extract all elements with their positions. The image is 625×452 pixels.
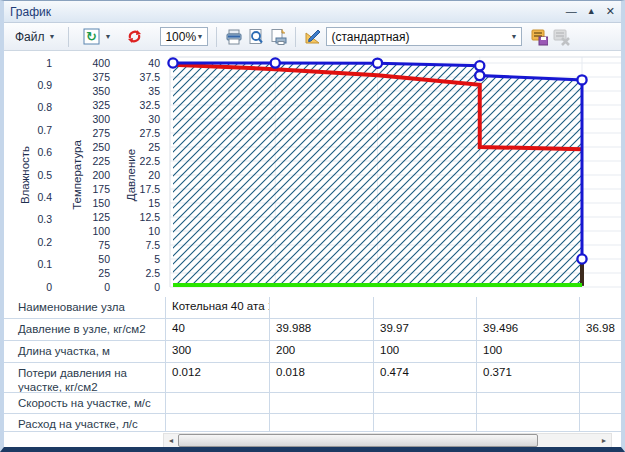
refresh-green-icon: ↻	[82, 28, 100, 46]
table-cell[interactable]	[374, 297, 477, 318]
chevron-down-icon: ▼	[196, 33, 203, 40]
pin-icon[interactable]: ▲	[587, 7, 596, 16]
axis-tick-label: 100	[92, 225, 110, 237]
axis-title: Давление	[125, 149, 137, 201]
axis-tick-label: 22.5	[140, 155, 161, 167]
axis-title: Температура	[71, 140, 83, 210]
table-cell[interactable]	[580, 341, 621, 362]
file-menu-button[interactable]: Файл ▼	[10, 28, 60, 46]
row-gutter	[4, 414, 14, 431]
design-pencil-icon[interactable]	[304, 28, 322, 46]
template-combobox[interactable]: (стандартная) ▼	[326, 27, 522, 46]
axis-tick-label: 200	[92, 169, 110, 181]
axis-tick-label: 250	[92, 141, 110, 153]
scrollbar-thumb[interactable]	[178, 434, 538, 447]
table-cell[interactable]: 40	[166, 319, 270, 340]
table-cell[interactable]: 100	[477, 341, 580, 362]
axis-tick-label: 25	[98, 267, 110, 279]
scrollbar-track[interactable]	[538, 434, 597, 447]
table-cell[interactable]	[477, 297, 580, 318]
chevron-down-icon: ▼	[49, 33, 56, 40]
node-marker	[577, 254, 586, 263]
table-cell[interactable]	[477, 414, 580, 431]
table-cell[interactable]	[270, 414, 374, 431]
toolbar: Файл ▼ ↻ ▼ 100% ▼	[4, 23, 621, 51]
table-cell[interactable]	[166, 393, 270, 413]
axis-tick-label: 17.5	[140, 183, 161, 195]
table-cell[interactable]: 0.018	[270, 363, 374, 392]
table-cell[interactable]: 200	[270, 341, 374, 362]
page-setup-icon[interactable]	[269, 28, 287, 46]
table-cell[interactable]	[374, 393, 477, 413]
recalculate-red-icon	[125, 28, 143, 46]
axis-title: Влажность	[19, 146, 31, 204]
node-marker	[271, 58, 280, 67]
minimize-icon[interactable]: —	[566, 6, 577, 17]
axis-tick-label: 0.8	[37, 101, 52, 113]
table-cell[interactable]	[580, 393, 621, 413]
table-cell[interactable]	[580, 414, 621, 431]
table-cell[interactable]	[166, 414, 270, 431]
delete-template-icon	[552, 28, 570, 46]
table-cell[interactable]: 36.98	[580, 319, 621, 340]
row-label: Давление в узле, кг/см2	[14, 319, 166, 340]
table-cell[interactable]	[580, 297, 621, 318]
save-template-icon[interactable]	[530, 28, 548, 46]
refresh-button[interactable]: ↻ ▼	[77, 26, 116, 48]
axis-tick-label: 350	[92, 85, 110, 97]
table-cell[interactable]: 300	[166, 341, 270, 362]
file-menu-label: Файл	[15, 30, 45, 44]
toolbar-separator	[216, 27, 217, 47]
axis-tick-label: 25	[148, 141, 160, 153]
axis-tick-label: 0.9	[37, 79, 52, 91]
table-cell[interactable]: 39.496	[477, 319, 580, 340]
zoom-combobox[interactable]: 100% ▼	[160, 27, 208, 46]
recalculate-button[interactable]	[120, 26, 148, 48]
hatch-region	[173, 63, 582, 285]
axis-tick-label: 35	[148, 85, 160, 97]
axis-tick-label: 275	[92, 127, 110, 139]
table-cell[interactable]: 0.012	[166, 363, 270, 392]
axis-tick-label: 5	[154, 253, 160, 265]
table-cell[interactable]	[580, 363, 621, 392]
axis-tick-label: 32.5	[140, 99, 161, 111]
axis-tick-label: 7.5	[145, 239, 160, 251]
close-icon[interactable]: ✕	[606, 6, 615, 17]
table-cell[interactable]	[270, 297, 374, 318]
row-label: Наименование узла	[14, 297, 166, 318]
table-cell[interactable]	[374, 414, 477, 431]
axis-tick-label: 0.3	[37, 213, 52, 225]
table-row: Потери давления на участке, кг/см20.0120…	[4, 363, 621, 393]
scroll-left-icon[interactable]: ◄	[164, 434, 178, 447]
scroll-right-icon[interactable]: ►	[597, 434, 611, 447]
axis-tick-label: 50	[98, 253, 110, 265]
axis-tick-label: 20	[148, 169, 160, 181]
table-cell[interactable]: 100	[374, 341, 477, 362]
axis-tick-label: 75	[98, 239, 110, 251]
horizontal-scrollbar[interactable]: ◄ ►	[163, 433, 612, 448]
table-cell[interactable]: 39.988	[270, 319, 374, 340]
table-row: Расход на участке, л/с	[4, 414, 621, 432]
axis-tick-label: 125	[92, 211, 110, 223]
table-cell[interactable]: Котельная 40 ата 1	[166, 297, 270, 318]
pipeline-chart: 00.10.20.30.40.50.60.70.80.9102550751001…	[4, 51, 621, 297]
axis-tick-label: 37.5	[140, 71, 161, 83]
table-cell[interactable]	[477, 393, 580, 413]
node-marker	[475, 71, 484, 80]
printer-icon[interactable]	[225, 28, 243, 46]
axis-tick-label: 0	[104, 281, 110, 293]
axis-tick-label: 225	[92, 155, 110, 167]
print-preview-icon[interactable]	[247, 28, 265, 46]
table-row: Длина участка, м300200100100	[4, 341, 621, 363]
table-cell[interactable]: 0.371	[477, 363, 580, 392]
row-gutter	[4, 363, 14, 392]
chevron-down-icon: ▼	[104, 33, 111, 40]
node-marker	[168, 58, 177, 67]
zoom-value: 100%	[165, 30, 196, 44]
table-cell[interactable]: 39.97	[374, 319, 477, 340]
axis-tick-label: 27.5	[140, 127, 161, 139]
table-cell[interactable]	[270, 393, 374, 413]
table-cell[interactable]: 0.474	[374, 363, 477, 392]
row-label: Расход на участке, л/с	[14, 414, 166, 431]
row-gutter	[4, 393, 14, 413]
